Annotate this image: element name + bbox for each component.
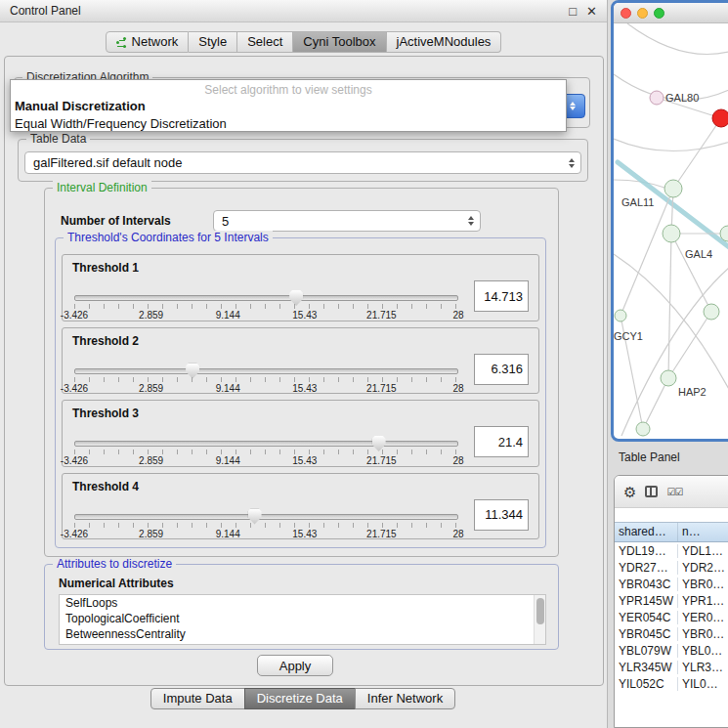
- table-cell: YLR3…: [678, 661, 728, 674]
- dropdown-item-equal-width[interactable]: Equal Width/Frequency Discretization: [11, 115, 566, 133]
- table-row[interactable]: YBL079WYBL0…: [615, 642, 728, 659]
- checkbox-icon: ☑: [666, 487, 674, 497]
- network-edge: [668, 234, 671, 378]
- table-data-select[interactable]: galFiltered.sif default node: [24, 151, 581, 174]
- network-node-gal11[interactable]: [664, 180, 682, 197]
- network-node-gcy1[interactable]: [615, 310, 626, 321]
- scale-label: 15.43: [292, 455, 317, 466]
- checkbox-icon: ☑: [674, 487, 682, 497]
- network-node[interactable]: [636, 422, 650, 436]
- thresholds-group: Threshold's Coordinates for 5 Intervals …: [55, 237, 546, 548]
- table-row[interactable]: YDR27…YDR2…: [615, 559, 728, 576]
- slider-ticks: [74, 523, 458, 528]
- node-label: HAP2: [678, 386, 707, 398]
- threshold-slider[interactable]: -3.4262.8599.14415.4321.71528: [72, 290, 460, 320]
- node-label: GCY1: [614, 330, 643, 342]
- close-traffic-light-icon[interactable]: [621, 8, 631, 19]
- table-header: shared…n…: [615, 522, 728, 542]
- threshold-row: Threshold 2 -3.4262.8599.14415.4321.7152…: [62, 327, 539, 395]
- threshold-value-field[interactable]: 14.713: [474, 280, 529, 312]
- tab-label: Style: [198, 32, 227, 52]
- network-canvas[interactable]: GAL80GAL11GAL4GCY1HAP2: [614, 23, 728, 419]
- columns-icon[interactable]: [645, 486, 658, 497]
- scale-label: 21.715: [366, 310, 397, 321]
- tab-select[interactable]: Select: [237, 31, 293, 53]
- num-intervals-select[interactable]: 5: [213, 210, 481, 232]
- threshold-value-field[interactable]: 11.344: [474, 499, 529, 531]
- algorithm-dropdown-popup: Select algorithm to view settings Manual…: [10, 79, 567, 132]
- scale-label: 15.43: [292, 310, 317, 321]
- attributes-group: Attributes to discretize Numerical Attri…: [44, 564, 559, 650]
- threshold-slider[interactable]: -3.4262.8599.14415.4321.71528: [72, 436, 460, 465]
- network-edge: [614, 139, 728, 151]
- dropdown-item-manual-discretization[interactable]: Manual Discretization: [11, 98, 566, 115]
- network-graph: GAL80GAL11GAL4GCY1HAP2: [614, 23, 728, 440]
- network-node-gal4[interactable]: [663, 225, 680, 242]
- list-scrollbar[interactable]: [534, 595, 545, 644]
- tab-style[interactable]: Style: [189, 31, 237, 53]
- slider-track[interactable]: [74, 368, 458, 374]
- table-cell: YDL19…: [615, 544, 678, 558]
- control-panel-titlebar: Control Panel □ ✕: [0, 0, 607, 22]
- tab-network[interactable]: Network: [106, 31, 190, 53]
- network-node-gal80[interactable]: [650, 91, 664, 105]
- minimize-traffic-light-icon[interactable]: [637, 8, 648, 19]
- bottom-tab-bar: Impute DataDiscretize DataInfer Network: [0, 688, 607, 709]
- window-title: Control Panel: [10, 4, 81, 18]
- float-icon[interactable]: □: [569, 4, 577, 19]
- tab-cyni-toolbox[interactable]: Cyni Toolbox: [293, 31, 386, 53]
- table-row[interactable]: YER054CYER0…: [615, 609, 728, 625]
- scale-label: -3.426: [61, 455, 88, 466]
- interval-definition-title: Interval Definition: [53, 181, 151, 194]
- table-row[interactable]: YIL052CYIL0…: [615, 675, 728, 692]
- network-node-hap2[interactable]: [661, 370, 676, 386]
- table-row[interactable]: YPR145WYPR1…: [615, 592, 728, 609]
- list-item-betweennesscentrality[interactable]: BetweennessCentrality: [60, 626, 545, 642]
- list-item-selfloops[interactable]: SelfLoops: [60, 595, 545, 611]
- tab-infer-network[interactable]: Infer Network: [355, 688, 455, 709]
- threshold-slider[interactable]: -3.4262.8599.14415.4321.71528: [72, 364, 460, 393]
- scrollbar-thumb[interactable]: [536, 598, 544, 624]
- scale-label: 2.859: [139, 383, 163, 394]
- table-cell: YLR345W: [615, 661, 678, 674]
- column-checkboxes-icon[interactable]: ☑☑: [666, 487, 682, 497]
- zoom-traffic-light-icon[interactable]: [654, 8, 664, 19]
- threshold-value-field[interactable]: 21.4: [474, 426, 529, 457]
- tab-impute-data[interactable]: Impute Data: [150, 688, 245, 709]
- slider-track[interactable]: [74, 441, 458, 447]
- scale-label: 9.144: [216, 529, 240, 539]
- slider-track[interactable]: [74, 295, 458, 301]
- tab-label: Select: [247, 32, 282, 52]
- network-edge: [627, 23, 728, 55]
- scale-label: 2.859: [139, 455, 163, 466]
- table-row[interactable]: YLR345WYLR3…: [615, 659, 728, 675]
- threshold-value-field[interactable]: 6.316: [474, 354, 529, 385]
- table-row[interactable]: YDL19…YDL1…: [615, 542, 728, 559]
- table-cell: YER0…: [678, 611, 728, 624]
- scale-label: -3.426: [61, 310, 88, 321]
- scale-label: 15.43: [292, 383, 317, 394]
- table-cell: YBL0…: [678, 644, 728, 658]
- network-node[interactable]: [704, 304, 719, 320]
- tab-jactivemnodules[interactable]: jActiveMNodules: [387, 31, 502, 53]
- apply-button[interactable]: Apply: [257, 655, 333, 676]
- combo-arrows-icon: [569, 158, 580, 168]
- table-cell: YBR0…: [678, 627, 728, 641]
- tab-discretize-data[interactable]: Discretize Data: [244, 688, 356, 709]
- threshold-slider[interactable]: -3.4262.8599.14415.4321.71528: [72, 509, 460, 538]
- interval-definition-group: Interval Definition Number of Intervals …: [44, 188, 559, 557]
- network-node[interactable]: [712, 109, 728, 127]
- table-row[interactable]: YBR045CYBR0…: [615, 625, 728, 642]
- network-edge: [671, 234, 711, 312]
- slider-ticks: [74, 450, 458, 454]
- table-row[interactable]: YBR043CYBR0…: [615, 576, 728, 592]
- column-header[interactable]: n…: [678, 523, 701, 541]
- list-item-topologicalcoefficient[interactable]: TopologicalCoefficient: [60, 611, 545, 626]
- attr-items: SelfLoopsTopologicalCoefficientBetweenne…: [60, 595, 545, 642]
- threshold-label: Threshold 1: [72, 261, 139, 275]
- settings-gear-icon[interactable]: ⚙: [623, 485, 636, 499]
- close-icon[interactable]: ✕: [586, 4, 597, 19]
- column-header[interactable]: shared…: [615, 523, 678, 541]
- slider-track[interactable]: [74, 514, 458, 520]
- threshold-row: Threshold 1 -3.4262.8599.14415.4321.7152…: [62, 254, 539, 321]
